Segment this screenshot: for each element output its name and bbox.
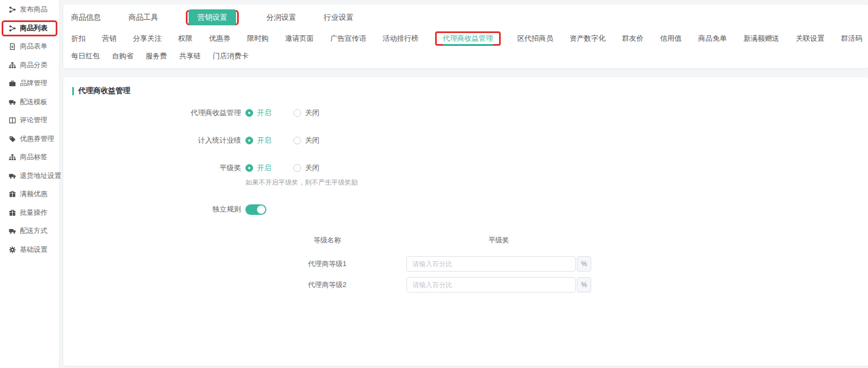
form-row-statistics: 计入统计业绩 开启 关闭 (72, 127, 859, 154)
main-tabs: 商品信息 商品工具 营销设置 分润设置 行业设置 (71, 9, 860, 26)
section-title-text: 代理商收益管理 (78, 86, 131, 96)
sidebar-item-return-address[interactable]: 退货地址设置 (0, 167, 59, 186)
radio-off-label[interactable]: 关闭 (305, 163, 319, 173)
truck-icon (9, 228, 16, 235)
level-name: 代理商等级1 (248, 259, 406, 269)
section-title: 代理商收益管理 (72, 86, 859, 96)
file-icon (9, 43, 16, 50)
sidebar-item-brand-management[interactable]: 品牌管理 (0, 74, 59, 93)
percent-input-group: % (406, 256, 591, 272)
subtab-coupon[interactable]: 优惠券 (209, 31, 231, 46)
sidebar-item-label: 基础设置 (20, 245, 47, 255)
sidebar-item-label: 满额优惠 (20, 190, 47, 199)
sidebar-item-goods-list[interactable]: 商品列表 (3, 22, 56, 35)
tab-profit-settings[interactable]: 分润设置 (266, 9, 296, 26)
sidebar-item-label: 商品表单 (20, 42, 47, 51)
radio-on-label[interactable]: 开启 (257, 108, 271, 118)
radio-group: 开启 关闭 (245, 136, 319, 145)
sidebar-item-batch-operation[interactable]: 批量操作 (0, 204, 59, 223)
sidebar-item-delivery-method[interactable]: 配送方式 (0, 222, 59, 241)
radio-off-label[interactable]: 关闭 (305, 136, 319, 145)
tab-industry-settings[interactable]: 行业设置 (324, 9, 353, 26)
radio-on[interactable] (245, 137, 253, 144)
level-table: 等级名称 平级奖 代理商等级1 % 代理商等级2 % (248, 236, 591, 293)
radio-dot (248, 167, 250, 169)
annotation-box: 商品列表 (2, 20, 57, 37)
sidebar-item-goods-category[interactable]: 商品分类 (0, 56, 59, 75)
radio-off-label[interactable]: 关闭 (305, 108, 319, 118)
subtab-asset-digitization[interactable]: 资产数字化 (570, 31, 606, 46)
radio-on[interactable] (245, 164, 253, 172)
tab-goods-info[interactable]: 商品信息 (71, 9, 101, 26)
sidebar-item-full-discount[interactable]: 满额优惠 (0, 185, 59, 204)
columns-icon (9, 117, 16, 124)
tab-goods-tools[interactable]: 商品工具 (128, 9, 158, 26)
sidebar-item-label: 配送模板 (20, 98, 47, 107)
subtab-ad-slogan[interactable]: 广告宣传语 (330, 31, 366, 46)
subtab-store-card[interactable]: 门店消费卡 (213, 48, 249, 64)
app-root: 发布商品 商品列表 商品表单 商品分类 品牌管理 配送模板 评论管理 (0, 0, 868, 368)
radio-off[interactable] (293, 109, 301, 117)
subtab-service-fee[interactable]: 服务费 (146, 48, 167, 64)
radio-off[interactable] (293, 137, 301, 144)
sidebar-item-basic-settings[interactable]: 基础设置 (0, 241, 59, 259)
form-row-agent-revenue: 代理商收益管理 开启 关闭 (72, 99, 859, 127)
radio-off[interactable] (293, 164, 301, 172)
subtab-group-price[interactable]: 群友价 (622, 31, 644, 46)
column-header-level-name: 等级名称 (248, 236, 406, 245)
subtab-share-chain[interactable]: 共享链 (179, 48, 201, 64)
subtab-invite-page[interactable]: 邀请页面 (285, 31, 314, 46)
percent-suffix: % (577, 277, 591, 293)
subtab-marketing[interactable]: 营销 (102, 31, 116, 46)
subtab-free-order[interactable]: 商品免单 (698, 31, 727, 46)
subtab-credit-value[interactable]: 信用值 (660, 31, 682, 46)
subtab-new-full-gift[interactable]: 新满额赠送 (743, 31, 779, 46)
sidebar-item-label: 评论管理 (20, 116, 47, 125)
percent-suffix: % (577, 256, 591, 272)
subtab-share-follow[interactable]: 分享关注 (133, 31, 162, 46)
subtab-agent-revenue[interactable]: 代理商收益管理 (443, 31, 493, 45)
level-name: 代理商等级2 (248, 280, 406, 290)
sidebar-item-label: 批量操作 (20, 208, 47, 218)
subtab-self-purchase[interactable]: 自购省 (112, 48, 133, 64)
marketing-subtabs-row2: 每日红包 自购省 服务费 共享链 门店消费卡 (71, 48, 860, 64)
briefcase-icon (9, 80, 16, 87)
sidebar-item-publish-goods[interactable]: 发布商品 (0, 1, 59, 19)
subtab-district-agent[interactable]: 区代招商员 (517, 31, 553, 46)
sidebar-item-delivery-template[interactable]: 配送模板 (0, 93, 59, 112)
sidebar-item-goods-tag[interactable]: 商品标签 (0, 148, 59, 167)
subtab-permission[interactable]: 权限 (178, 31, 192, 46)
form-row-independent-rule: 独立规则 (72, 198, 859, 220)
subtab-related-settings[interactable]: 关联设置 (796, 31, 824, 46)
percent-input[interactable] (406, 277, 576, 293)
percent-input-group: % (406, 277, 591, 293)
share-icon (9, 6, 16, 13)
toggle-knob (257, 205, 265, 214)
gift-icon (9, 209, 16, 217)
subtab-discount[interactable]: 折扣 (71, 31, 85, 46)
subtab-group-qr[interactable]: 群活码 (841, 31, 862, 46)
subtab-activity-ranking[interactable]: 活动排行榜 (383, 31, 419, 46)
truck-icon (9, 99, 16, 106)
radio-on[interactable] (245, 109, 253, 117)
subtab-flash-sale[interactable]: 限时购 (247, 31, 269, 46)
sidebar-item-goods-form[interactable]: 商品表单 (0, 37, 59, 56)
sidebar-item-comment-management[interactable]: 评论管理 (0, 111, 59, 130)
radio-group: 开启 关闭 (245, 163, 319, 173)
table-header-row: 等级名称 平级奖 (248, 236, 591, 245)
main-area: 商品信息 商品工具 营销设置 分润设置 行业设置 折扣 营销 分享关注 权限 优… (60, 0, 868, 368)
sitemap-icon (9, 154, 16, 161)
sidebar-item-label: 品牌管理 (20, 79, 47, 88)
tab-marketing-settings[interactable]: 营销设置 (189, 9, 236, 25)
radio-on-label[interactable]: 开启 (257, 136, 271, 145)
sidebar-item-label: 优惠券管理 (20, 134, 55, 144)
subtab-daily-redpacket[interactable]: 每日红包 (71, 48, 100, 64)
percent-input[interactable] (406, 256, 576, 272)
radio-on-label[interactable]: 开启 (257, 163, 271, 173)
toggle-switch-on[interactable] (245, 204, 266, 215)
helper-row: 如果不开启平级奖，则不产生平级奖励 (72, 176, 859, 188)
sidebar-item-label: 商品列表 (20, 24, 47, 33)
sidebar-item-label: 商品分类 (20, 61, 47, 70)
gear-icon (9, 246, 16, 253)
sidebar-item-coupon-management[interactable]: 优惠券管理 (0, 130, 59, 149)
